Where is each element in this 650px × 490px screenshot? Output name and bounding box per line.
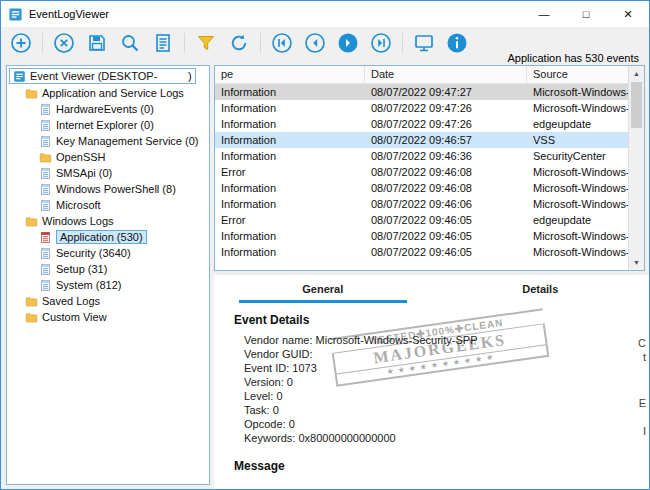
search-button[interactable] xyxy=(118,31,142,55)
toolbar-separator xyxy=(260,33,261,53)
nav-last-button[interactable] xyxy=(369,31,393,55)
event-row[interactable]: Information08/07/2022 09:46:06Microsoft-… xyxy=(215,196,628,212)
event-row[interactable]: Information08/07/2022 09:47:26Microsoft-… xyxy=(215,100,628,116)
tree-item[interactable]: Key Management Service (0) xyxy=(7,133,209,149)
save-button[interactable] xyxy=(85,31,109,55)
detail-field-value: 0 xyxy=(289,418,295,430)
info-icon xyxy=(445,32,469,54)
detail-field: Level: 0 xyxy=(234,389,649,403)
event-date-cell: 08/07/2022 09:47:26 xyxy=(365,116,527,132)
maximize-button[interactable]: □ xyxy=(565,1,607,27)
event-row[interactable]: Information08/07/2022 09:47:27Microsoft-… xyxy=(215,84,628,100)
toolbar-separator xyxy=(42,33,43,53)
tree-root[interactable]: Event Viewer (DESKTOP- ) xyxy=(9,68,196,84)
detail-field-value: 0 xyxy=(276,390,282,402)
tree-root-label: Event Viewer (DESKTOP- ) xyxy=(30,70,192,82)
tree-item[interactable]: Application and Service Logs xyxy=(7,85,209,101)
folder-icon xyxy=(25,87,38,100)
event-type-cell: Information xyxy=(215,132,365,148)
event-date-cell: 08/07/2022 09:46:57 xyxy=(365,132,527,148)
column-header-source[interactable]: Source xyxy=(527,66,628,83)
detail-field-label: Opcode: xyxy=(244,418,289,430)
tree-item[interactable]: Internet Explorer (0) xyxy=(7,117,209,133)
scroll-up-icon[interactable]: ▲ xyxy=(629,66,644,81)
detail-field: Vendor name: Microsoft-Windows-Security-… xyxy=(234,333,649,347)
add-button[interactable] xyxy=(9,31,33,55)
tree-items: Application and Service LogsHardwareEven… xyxy=(7,85,209,325)
nav-prev-icon xyxy=(303,32,327,54)
refresh-button[interactable] xyxy=(227,31,251,55)
tree-item[interactable]: HardwareEvents (0) xyxy=(7,101,209,117)
detail-field-label: Keywords: xyxy=(244,432,298,444)
tree-item-label: Internet Explorer (0) xyxy=(56,119,154,131)
detail-field-value: 1073 xyxy=(292,362,316,374)
event-source-cell: Microsoft-Windows-Sec xyxy=(527,84,628,100)
scroll-down-icon[interactable]: ▼ xyxy=(629,255,644,270)
tree-item-label: Windows PowerShell (8) xyxy=(56,183,176,195)
event-row[interactable]: Information08/07/2022 09:47:26edgeupdate xyxy=(215,116,628,132)
log-icon xyxy=(39,279,52,292)
nav-next-icon xyxy=(336,32,360,54)
event-date-cell: 08/07/2022 09:46:08 xyxy=(365,164,527,180)
event-count-status: Application has 530 events xyxy=(508,52,639,64)
event-row[interactable]: Information08/07/2022 09:46:57VSS xyxy=(215,132,628,148)
nav-next-button[interactable] xyxy=(336,31,360,55)
event-row[interactable]: Error08/07/2022 09:46:08Microsoft-Window… xyxy=(215,164,628,180)
window-controls: — □ ✕ xyxy=(523,1,649,27)
tab-general[interactable]: General xyxy=(239,279,407,303)
scrollbar-thumb[interactable] xyxy=(631,82,642,128)
log-icon xyxy=(39,263,52,276)
event-date-cell: 08/07/2022 09:46:05 xyxy=(365,212,527,228)
tree-item[interactable]: SMSApi (0) xyxy=(7,165,209,181)
detail-fields: Vendor name: Microsoft-Windows-Security-… xyxy=(234,333,649,445)
column-header-type[interactable]: pe xyxy=(215,66,365,83)
tree-item[interactable]: Windows Logs xyxy=(7,213,209,229)
event-row[interactable]: Information08/07/2022 09:46:05Microsoft-… xyxy=(215,244,628,260)
tree-item[interactable]: OpenSSH xyxy=(7,149,209,165)
events-table: pe Date Source Information08/07/2022 09:… xyxy=(214,65,645,271)
tree-item[interactable]: Saved Logs xyxy=(7,293,209,309)
tree-item[interactable]: Windows PowerShell (8) xyxy=(7,181,209,197)
tab-details[interactable]: Details xyxy=(457,279,625,303)
tree-item[interactable]: Custom View xyxy=(7,309,209,325)
filter-button[interactable] xyxy=(194,31,218,55)
event-source-cell: edgeupdate xyxy=(527,212,628,228)
event-type-cell: Information xyxy=(215,180,365,196)
table-scrollbar[interactable]: ▲ ▼ xyxy=(628,66,644,270)
tree-item[interactable]: Setup (31) xyxy=(7,261,209,277)
nav-first-button[interactable] xyxy=(270,31,294,55)
event-row[interactable]: Information08/07/2022 09:46:05Microsoft-… xyxy=(215,228,628,244)
detail-field: Task: 0 xyxy=(234,403,649,417)
detail-field: Opcode: 0 xyxy=(234,417,649,431)
close-button[interactable]: ✕ xyxy=(607,1,649,27)
report-button[interactable] xyxy=(151,31,175,55)
tree-item-label: SMSApi (0) xyxy=(56,167,112,179)
log-icon xyxy=(39,183,52,196)
event-date-cell: 08/07/2022 09:47:26 xyxy=(365,100,527,116)
tree-item[interactable]: Application (530) xyxy=(7,229,209,245)
table-header: pe Date Source xyxy=(215,66,644,84)
delete-button[interactable] xyxy=(52,31,76,55)
event-row[interactable]: Error08/07/2022 09:46:05edgeupdate xyxy=(215,212,628,228)
event-date-cell: 08/07/2022 09:46:36 xyxy=(365,148,527,164)
tree-item-label: Application (530) xyxy=(56,230,147,244)
log-icon xyxy=(39,167,52,180)
tree-item[interactable]: System (812) xyxy=(7,277,209,293)
monitor-button[interactable] xyxy=(412,31,436,55)
tree-item[interactable]: Security (3640) xyxy=(7,245,209,261)
detail-field-value: 0 xyxy=(273,404,279,416)
event-row[interactable]: Information08/07/2022 09:46:36SecurityCe… xyxy=(215,148,628,164)
detail-field: Vendor GUID: xyxy=(234,347,649,361)
window-title: EventLogViewer xyxy=(29,8,109,20)
log-icon xyxy=(39,199,52,212)
tree-item-label: Setup (31) xyxy=(56,263,107,275)
minimize-button[interactable]: — xyxy=(523,1,565,27)
nav-prev-button[interactable] xyxy=(303,31,327,55)
tree-item-label: Windows Logs xyxy=(42,215,114,227)
info-button[interactable] xyxy=(445,31,469,55)
add-icon xyxy=(9,32,33,54)
event-details-heading: Event Details xyxy=(234,313,649,327)
event-row[interactable]: Information08/07/2022 09:46:08Microsoft-… xyxy=(215,180,628,196)
column-header-date[interactable]: Date xyxy=(365,66,527,83)
tree-item[interactable]: Microsoft xyxy=(7,197,209,213)
